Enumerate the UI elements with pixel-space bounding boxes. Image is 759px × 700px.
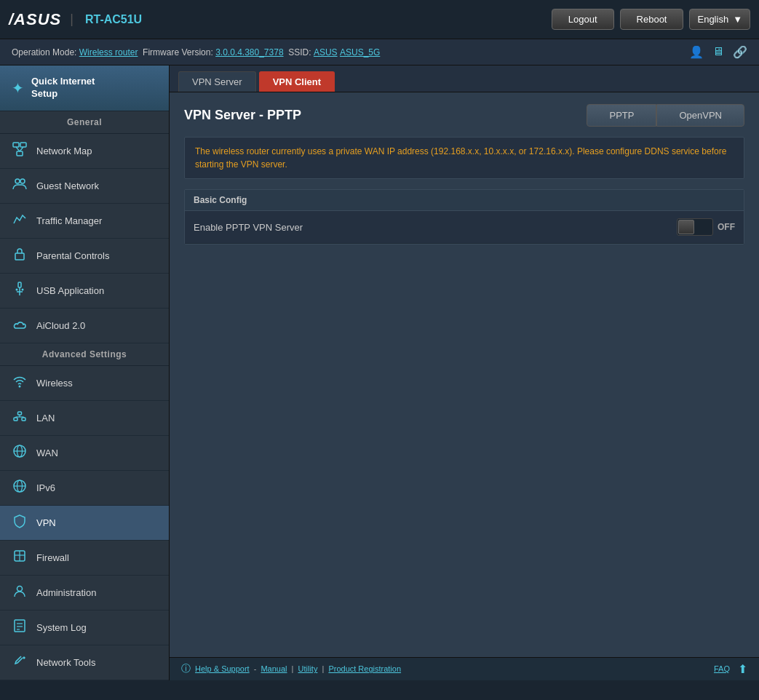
general-section-header: General: [0, 111, 169, 134]
operation-mode-value[interactable]: Wireless router: [79, 47, 138, 57]
network-tools-label: Network Tools: [36, 657, 95, 668]
network-tools-icon: [12, 653, 28, 672]
footer-help-link[interactable]: Help & Support: [195, 664, 250, 673]
sidebar-item-parental-controls[interactable]: Parental Controls: [0, 239, 169, 274]
enable-pptp-toggle[interactable]: OFF: [677, 218, 735, 236]
toggle-state-label: OFF: [718, 222, 735, 232]
svg-point-30: [17, 586, 23, 591]
sidebar-item-ipv6[interactable]: IPv6: [0, 471, 169, 506]
footer: ⓘ Help & Support - Manual | Utility | Pr…: [170, 657, 759, 680]
svg-point-5: [15, 179, 20, 183]
vpn-label: VPN: [36, 517, 56, 528]
footer-faq-link[interactable]: FAQ: [714, 664, 730, 673]
sidebar-item-network-map[interactable]: Network Map: [0, 134, 169, 169]
page-content: VPN Server - PPTP PPTP OpenVPN The wirel…: [170, 92, 759, 657]
content-area: VPN Server VPN Client VPN Server - PPTP …: [170, 65, 759, 680]
tab-vpn-server[interactable]: VPN Server: [178, 71, 256, 92]
warning-message: The wireless router currently uses a pri…: [184, 137, 744, 179]
sidebar-item-vpn[interactable]: VPN: [0, 506, 169, 541]
sidebar-item-traffic-manager[interactable]: Traffic Manager: [0, 204, 169, 239]
language-label: English: [697, 14, 728, 25]
svg-point-6: [20, 179, 25, 183]
footer-manual-link[interactable]: Manual: [261, 664, 287, 673]
svg-rect-16: [22, 418, 25, 421]
status-bar: Operation Mode: Wireless router Firmware…: [0, 39, 759, 65]
logo-divider: |: [70, 12, 73, 27]
share-icon[interactable]: 🔗: [733, 45, 747, 59]
enable-pptp-row: Enable PPTP VPN Server OFF: [185, 211, 744, 244]
lan-icon: [12, 409, 28, 427]
sidebar-item-guest-network[interactable]: Guest Network: [0, 169, 169, 204]
status-icons: 👤 🖥 🔗: [689, 45, 747, 59]
firmware-version[interactable]: 3.0.0.4.380_7378: [215, 47, 283, 57]
sidebar-item-administration[interactable]: Administration: [0, 576, 169, 610]
sidebar-item-lan[interactable]: LAN: [0, 401, 169, 436]
sidebar-item-usb-application[interactable]: USB Application: [0, 274, 169, 309]
network-map-label: Network Map: [36, 146, 92, 156]
lan-label: LAN: [36, 413, 55, 423]
svg-rect-8: [18, 282, 21, 287]
model-name: RT-AC51U: [85, 13, 142, 26]
ssid-5g-value[interactable]: ASUS_5G: [340, 47, 380, 57]
help-support-icon: ⓘ: [181, 663, 191, 674]
svg-rect-2: [17, 151, 23, 156]
logo-area: /ASUS | RT-AC51U: [9, 10, 142, 29]
aicloud-icon: [12, 317, 28, 335]
sidebar-item-aicloud[interactable]: AiCloud 2.0: [0, 309, 169, 343]
firewall-label: Firewall: [36, 552, 69, 563]
user-icon[interactable]: 👤: [689, 45, 704, 59]
quick-setup-label: Quick InternetSetup: [31, 76, 95, 100]
openvpn-tab[interactable]: OpenVPN: [656, 104, 744, 127]
administration-icon: [12, 584, 28, 602]
tab-vpn-client[interactable]: VPN Client: [259, 71, 335, 92]
wan-label: WAN: [36, 448, 58, 458]
toggle-track: [677, 218, 713, 236]
main-layout: ✦ Quick InternetSetup General Network Ma…: [0, 65, 759, 680]
footer-links: ⓘ Help & Support - Manual | Utility | Pr…: [181, 662, 403, 675]
svg-point-11: [16, 288, 18, 290]
wan-icon: [12, 444, 28, 462]
footer-right: FAQ ⬆: [712, 662, 747, 676]
page-title-row: VPN Server - PPTP PPTP OpenVPN: [184, 104, 744, 127]
footer-utility-link[interactable]: Utility: [298, 664, 318, 673]
network-map-icon: [12, 142, 28, 160]
top-header: /ASUS | RT-AC51U Logout Reboot English ▼: [0, 0, 759, 39]
reboot-button[interactable]: Reboot: [620, 9, 684, 30]
svg-rect-1: [20, 143, 26, 147]
sidebar-item-wan[interactable]: WAN: [0, 436, 169, 471]
logout-button[interactable]: Logout: [552, 9, 614, 30]
svg-point-12: [22, 288, 24, 290]
traffic-manager-label: Traffic Manager: [36, 215, 102, 226]
svg-rect-14: [14, 418, 17, 421]
vpn-icon: [12, 514, 28, 532]
sidebar-item-firewall[interactable]: Firewall: [0, 541, 169, 576]
sidebar-item-network-tools[interactable]: Network Tools: [0, 645, 169, 680]
footer-product-reg-link[interactable]: Product Registration: [328, 664, 401, 673]
advanced-section-header: Advanced Settings: [0, 343, 169, 366]
page-title: VPN Server - PPTP: [184, 108, 301, 123]
svg-rect-7: [15, 253, 24, 260]
system-log-icon: [12, 619, 28, 637]
sidebar-item-wireless[interactable]: Wireless: [0, 366, 169, 401]
monitor-icon[interactable]: 🖥: [712, 45, 724, 59]
usb-application-label: USB Application: [36, 285, 104, 296]
quick-internet-setup[interactable]: ✦ Quick InternetSetup: [0, 65, 169, 111]
basic-config-header: Basic Config: [185, 190, 744, 211]
aicloud-label: AiCloud 2.0: [36, 320, 85, 331]
ssid-value[interactable]: ASUS: [314, 47, 338, 57]
enable-pptp-label: Enable PPTP VPN Server: [194, 222, 677, 233]
system-log-label: System Log: [36, 622, 87, 633]
scroll-top-icon[interactable]: ⬆: [738, 662, 747, 676]
ipv6-icon: [12, 479, 28, 497]
wireless-icon: [12, 374, 28, 392]
svg-line-3: [16, 147, 20, 151]
parental-controls-label: Parental Controls: [36, 250, 109, 261]
language-selector[interactable]: English ▼: [689, 9, 750, 30]
parental-controls-icon: [12, 247, 28, 265]
wireless-label: Wireless: [36, 378, 73, 389]
sidebar-item-system-log[interactable]: System Log: [0, 610, 169, 645]
quick-setup-icon: ✦: [12, 79, 24, 97]
pptp-tab[interactable]: PPTP: [587, 104, 656, 127]
chevron-down-icon: ▼: [733, 14, 742, 25]
traffic-manager-icon: [12, 212, 28, 230]
